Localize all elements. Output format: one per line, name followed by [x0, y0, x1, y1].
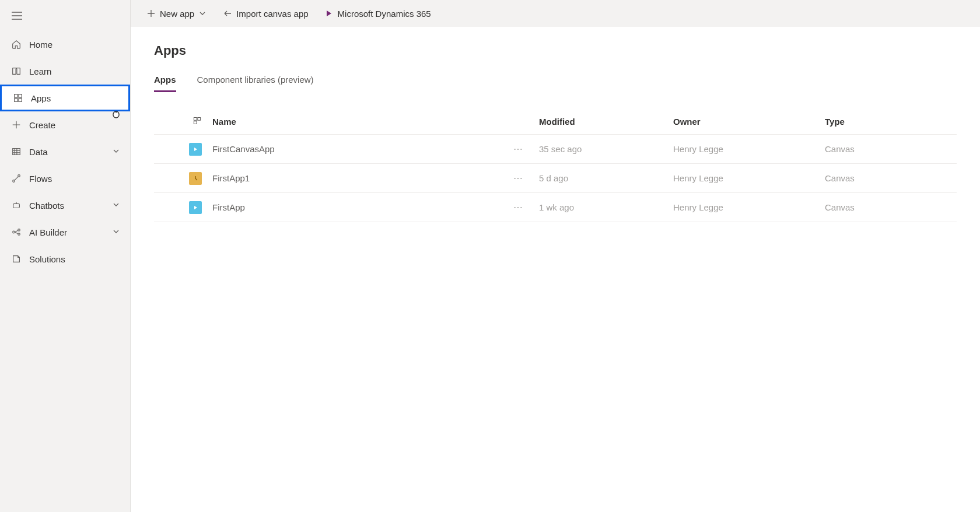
ai-icon [10, 226, 22, 238]
model-app-icon [189, 172, 202, 185]
import-icon [222, 9, 232, 17]
app-owner: Henry Legge [673, 173, 825, 183]
page-title: Apps [154, 43, 957, 58]
app-type-icon-cell [154, 143, 212, 156]
app-name[interactable]: FirstCanvasApp [212, 144, 498, 154]
app-owner: Henry Legge [673, 144, 825, 154]
sidebar-item-label: Learn [29, 66, 120, 76]
canvas-app-icon [189, 201, 202, 214]
dynamics-365-button[interactable]: Microsoft Dynamics 365 [325, 9, 431, 19]
svg-point-0 [13, 180, 15, 183]
chevron-down-icon [113, 201, 120, 210]
sidebar-item-data[interactable]: Data [0, 138, 130, 165]
toolbar-label: Import canvas app [236, 9, 308, 19]
hamburger-menu[interactable] [0, 5, 130, 31]
sidebar-item-aibuilder[interactable]: AI Builder [0, 219, 130, 246]
svg-point-3 [13, 231, 15, 233]
tab-bar: Apps Component libraries (preview) [154, 75, 957, 93]
sidebar: Home Learn Apps Create Data [0, 0, 131, 512]
row-more-actions[interactable]: ⋯ [498, 202, 539, 213]
command-bar: New app Import canvas app Microsoft Dyna… [131, 0, 980, 27]
column-header-name[interactable]: Name [212, 117, 498, 127]
toolbar-label: New app [160, 9, 194, 19]
new-app-button[interactable]: New app [147, 9, 206, 19]
table-header-row: Name Modified Owner Type [154, 109, 957, 135]
app-modified: 5 d ago [539, 173, 673, 183]
sidebar-item-solutions[interactable]: Solutions [0, 246, 130, 272]
chatbot-icon [10, 199, 22, 211]
sidebar-item-label: Solutions [29, 254, 120, 264]
plus-icon [147, 9, 155, 17]
column-header-modified[interactable]: Modified [539, 117, 673, 127]
svg-point-4 [18, 229, 20, 232]
tab-component-libraries[interactable]: Component libraries (preview) [197, 75, 314, 92]
flows-icon [10, 173, 22, 184]
table-row[interactable]: FirstApp ⋯ 1 wk ago Henry Legge Canvas [154, 193, 957, 222]
toolbar-label: Microsoft Dynamics 365 [338, 9, 431, 19]
table-row[interactable]: FirstApp1 ⋯ 5 d ago Henry Legge Canvas [154, 164, 957, 193]
import-canvas-app-button[interactable]: Import canvas app [222, 9, 308, 19]
sidebar-item-label: Chatbots [29, 201, 113, 211]
sidebar-item-label: Flows [29, 174, 120, 184]
apps-table: Name Modified Owner Type FirstCanvasApp … [154, 109, 957, 222]
svg-point-5 [18, 233, 20, 236]
tab-apps[interactable]: Apps [154, 75, 176, 92]
column-header-owner[interactable]: Owner [673, 117, 825, 127]
book-icon [10, 65, 22, 77]
sidebar-item-apps[interactable]: Apps [0, 85, 130, 111]
sidebar-item-flows[interactable]: Flows [0, 165, 130, 192]
column-header-icon [154, 116, 212, 127]
sidebar-item-home[interactable]: Home [0, 31, 130, 58]
solutions-icon [10, 253, 22, 265]
sidebar-item-label: AI Builder [29, 227, 113, 237]
sidebar-item-learn[interactable]: Learn [0, 58, 130, 85]
content-panel: Apps Apps Component libraries (preview) … [131, 27, 980, 512]
app-type: Canvas [825, 202, 942, 212]
home-icon [10, 38, 22, 50]
sidebar-item-label: Home [29, 40, 120, 50]
dynamics-icon [325, 9, 333, 17]
sidebar-item-label: Data [29, 147, 113, 157]
app-type: Canvas [825, 173, 942, 183]
app-modified: 1 wk ago [539, 202, 673, 212]
column-header-type[interactable]: Type [825, 117, 942, 127]
chevron-down-icon [113, 227, 120, 237]
row-more-actions[interactable]: ⋯ [498, 173, 539, 184]
table-row[interactable]: FirstCanvasApp ⋯ 35 sec ago Henry Legge … [154, 135, 957, 164]
apps-icon [12, 92, 24, 104]
app-name[interactable]: FirstApp [212, 202, 498, 212]
sidebar-item-label: Create [29, 120, 120, 130]
app-modified: 35 sec ago [539, 144, 673, 154]
sidebar-item-create[interactable]: Create [0, 111, 130, 138]
row-more-actions[interactable]: ⋯ [498, 143, 539, 155]
app-owner: Henry Legge [673, 202, 825, 212]
canvas-app-icon [189, 143, 202, 156]
chevron-down-icon [199, 10, 206, 17]
svg-rect-2 [13, 204, 20, 208]
chevron-down-icon [113, 147, 120, 156]
sidebar-item-label: Apps [31, 93, 118, 103]
app-type-icon-cell [154, 172, 212, 185]
app-name[interactable]: FirstApp1 [212, 173, 498, 183]
sidebar-item-chatbots[interactable]: Chatbots [0, 192, 130, 219]
data-icon [10, 146, 22, 157]
app-type-icon-cell [154, 201, 212, 214]
app-type: Canvas [825, 144, 942, 154]
main-region: New app Import canvas app Microsoft Dyna… [131, 0, 980, 512]
plus-icon [10, 119, 22, 131]
svg-point-1 [18, 175, 20, 177]
